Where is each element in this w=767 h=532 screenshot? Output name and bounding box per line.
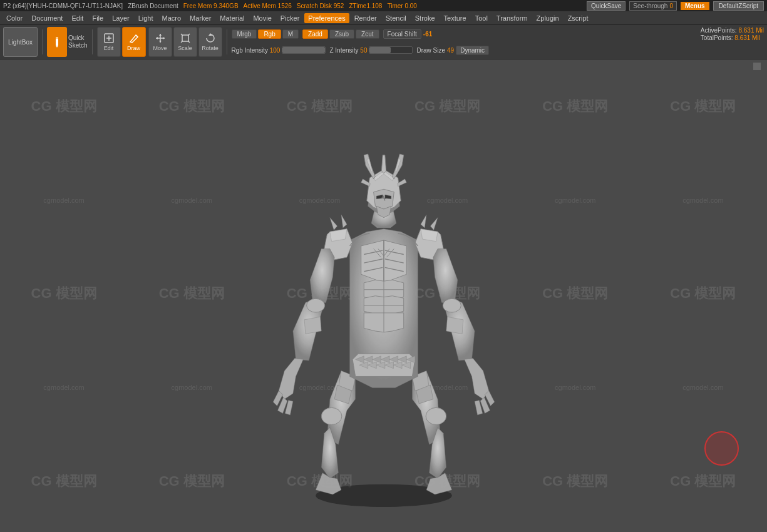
menu-preferences[interactable]: Preferences [304,13,349,23]
edit-draw-group: Edit Draw [97,27,146,57]
svg-point-17 [321,407,342,424]
rgb-button[interactable]: Rgb [258,29,281,39]
zadd-button[interactable]: Zadd [302,29,328,39]
toolbar-divider-3 [227,29,227,54]
default-zscript-button[interactable]: DefaultZScript [713,1,764,11]
total-points-label: TotalPoints: 8.631 Mil [701,34,764,41]
menu-picker[interactable]: Picker [277,13,304,23]
canvas-area: CG 模型网 CG 模型网 CG 模型网 CG 模型网 CG 模型网 CG 模型… [0,59,767,528]
rgb-intensity-fill [282,47,325,53]
title-bar-right: QuickSave See-through 0 Menus DefaultZSc… [587,1,764,11]
toolbar-right: Mrgb Rgb M Zadd Zsub Zcut Focal Shift -6… [232,26,764,58]
menu-stroke[interactable]: Stroke [411,13,439,23]
mrgb-button[interactable]: Mrgb [232,29,257,39]
menu-transform[interactable]: Transform [493,13,532,23]
ztime-stat: ZTime1.108 [349,3,382,9]
model-container [196,59,572,528]
zsub-button[interactable]: Zsub [329,29,354,39]
m-button[interactable]: M [282,29,299,39]
quick-sketch-button[interactable] [47,27,67,57]
menu-texture[interactable]: Texture [440,13,470,23]
svg-marker-9 [163,37,165,39]
draw-label: Draw [127,45,140,51]
mrgb-rgb-group: Mrgb Rgb M [232,29,299,39]
menus-button[interactable]: Menus [681,2,709,10]
watermark-cell: CG 模型网 [639,434,767,528]
quick-sketch-text: Quick Sketch [68,34,88,49]
zadd-zsub-zcut-group: Zadd Zsub Zcut [302,29,379,39]
svg-rect-10 [182,35,188,41]
quicksave-button[interactable]: QuickSave [587,1,625,11]
move-label: Move [153,45,167,51]
menu-bar: Color Document Edit File Layer Light Mac… [0,11,767,25]
watermark-cell: cgmodel.com [0,153,128,247]
watermark-cg: CG 模型网 [670,472,736,491]
scratch-disk-stat: Scratch Disk 952 [297,3,344,9]
menu-zplugin[interactable]: Zplugin [533,13,563,23]
active-points-label: ActivePoints: 8.631 Mil [701,27,764,34]
watermark-cg: CG 模型网 [670,97,736,116]
menu-movie[interactable]: Movie [249,13,275,23]
draw-button[interactable]: Draw [122,27,146,57]
rotate-icon [205,33,216,44]
quick-sketch-label: Quick [68,34,88,42]
move-icon [155,33,166,44]
menu-layer[interactable]: Layer [108,13,133,23]
menu-document[interactable]: Document [28,13,66,23]
watermark-cg: CG 模型网 [31,284,97,303]
watermark-cell: CG 模型网 [0,434,128,528]
draw-size-value: 49 [447,47,454,54]
svg-marker-8 [156,37,158,39]
scale-button[interactable]: Scale [173,27,197,57]
toolbar: LightBox Quick Sketch Edit [0,25,767,59]
draw-icon [128,33,140,44]
watermark-cell: cgmodel.com [0,340,128,434]
app-name: ZBrush Document [128,3,178,9]
file-info: P2 (x64)[YHUH-CDMM-QFL7-UT11-NJAK] [3,3,123,9]
edit-button[interactable]: Edit [97,27,121,57]
edit-label: Edit [104,45,114,51]
zcut-button[interactable]: Zcut [356,29,379,39]
menu-edit[interactable]: Edit [68,13,87,23]
menu-file[interactable]: File [88,13,107,23]
focal-shift-label[interactable]: Focal Shift [383,29,421,39]
menu-zscript[interactable]: Zscript [564,13,592,23]
focal-shift-group: Focal Shift -61 [383,29,433,39]
rgb-intensity-slider[interactable] [282,46,326,54]
pencil-icon [51,36,63,48]
menu-stencil[interactable]: Stencil [382,13,410,23]
menu-marker[interactable]: Marker [186,13,215,23]
menu-material[interactable]: Material [216,13,248,23]
menu-color[interactable]: Color [3,13,26,23]
quick-sketch-group: Quick Sketch [47,27,88,57]
watermark-cg: CG 模型网 [31,97,97,116]
menu-render[interactable]: Render [351,13,381,23]
lightbox-button[interactable]: LightBox [3,27,38,57]
toolbar-divider-1 [42,29,43,54]
focal-shift-value: -61 [423,31,432,38]
svg-line-12 [188,34,190,36]
cursor-circle [704,431,739,466]
menu-macro[interactable]: Macro [158,13,185,23]
toolbar-divider-2 [92,29,93,54]
rotate-label: Rotate [202,45,219,51]
dynamic-button[interactable]: Dynamic [456,46,489,55]
see-through-control: See-through 0 [629,1,677,11]
watermark-cg: CG 模型网 [31,472,97,491]
menu-tool[interactable]: Tool [471,13,492,23]
move-scale-rotate-group: Move Scale Rotate [148,27,222,57]
rotate-button[interactable]: Rotate [198,27,222,57]
rgb-intensity-group: Rgb Intensity 100 [232,46,326,54]
svg-marker-6 [159,34,162,36]
z-intensity-slider[interactable] [369,46,413,54]
menu-light[interactable]: Light [135,13,157,23]
svg-marker-7 [159,41,162,43]
svg-point-21 [443,299,461,312]
watermark-cell: CG 模型网 [639,247,767,341]
rgb-intensity-label: Rgb Intensity 100 [232,47,281,54]
svg-point-20 [306,299,324,312]
svg-rect-2 [56,37,58,39]
move-button[interactable]: Move [148,27,172,57]
scale-label: Scale [178,45,192,51]
watermark-url: cgmodel.com [43,384,84,391]
